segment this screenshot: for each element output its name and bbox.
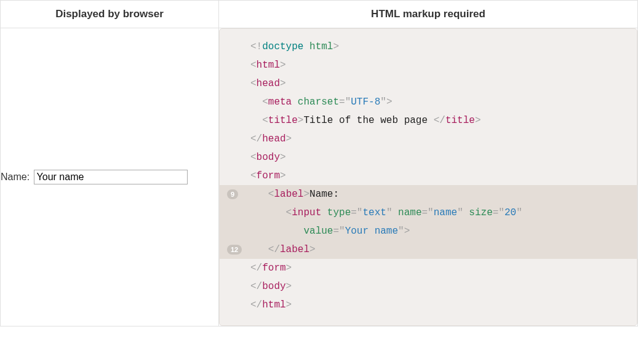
code-block: <!doctype html> <html> <head> <meta char… [219,28,637,326]
code-line: </html> [220,296,637,314]
name-label: Name: [1,172,30,182]
line-number-badge: 12 [227,245,242,255]
code-line: <form> [220,167,637,185]
code-line: </body> [220,277,637,296]
rendered-output-cell: Name: [1,28,219,326]
code-line: <body> [220,148,637,167]
code-line-highlighted: value="Your name"> [220,222,637,240]
comparison-table: Displayed by browser HTML markup require… [0,0,638,326]
line-number-badge: 9 [227,189,238,199]
code-line: <title>Title of the web page </title> [220,111,637,130]
header-markup: HTML markup required [219,1,638,28]
code-line: <!doctype html> [220,38,637,56]
code-line-highlighted: <input type="text" name="name" size="20" [220,204,637,222]
code-line: <head> [220,74,637,93]
code-line: </form> [220,259,637,277]
header-displayed: Displayed by browser [1,1,219,28]
name-input[interactable] [34,170,188,184]
markup-cell: <!doctype html> <html> <head> <meta char… [219,28,638,326]
code-line-highlighted: 9 <label>Name: [220,185,637,204]
code-line: <meta charset="UTF-8"> [220,93,637,111]
code-line-highlighted: 12 </label> [220,240,637,259]
code-line: </head> [220,130,637,148]
code-line: <html> [220,56,637,74]
